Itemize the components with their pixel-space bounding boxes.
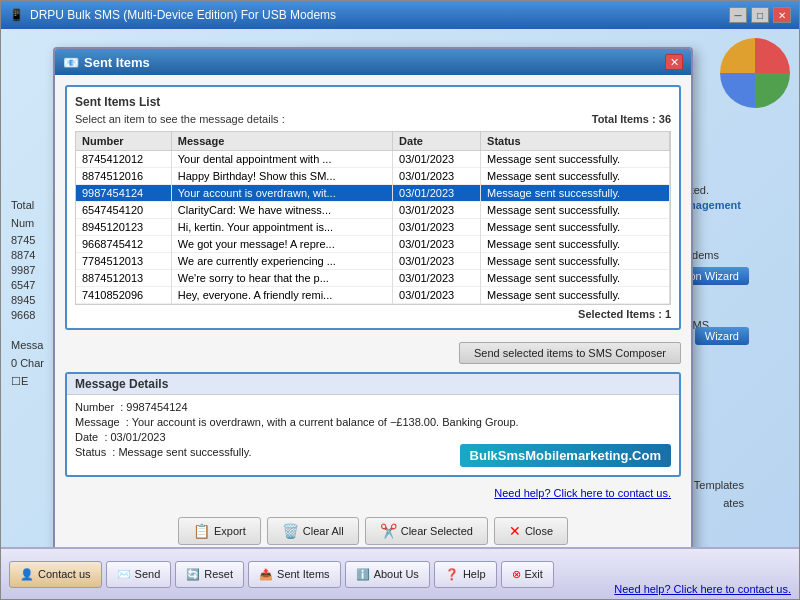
cell-message: Hey, everyone. A friendly remi... [171, 287, 392, 304]
detail-number-row: Number : 9987454124 [75, 401, 671, 413]
sent-items-panel: Sent Items List Select an item to see th… [65, 85, 681, 330]
message-details-title: Message Details [67, 374, 679, 395]
cell-date: 03/01/2023 [393, 168, 481, 185]
cell-date: 03/01/2023 [393, 253, 481, 270]
bg-n5: 8945 [11, 294, 35, 306]
table-row[interactable]: 6547454120ClarityCard: We have witness..… [76, 202, 670, 219]
bg-ates-label: ates [723, 497, 744, 509]
cell-status: Message sent successfully. [481, 236, 670, 253]
cell-date: 03/01/2023 [393, 270, 481, 287]
panel-subtitle: Select an item to see the message detail… [75, 113, 285, 125]
cell-status: Message sent successfully. [481, 219, 670, 236]
cell-number: 9668745412 [76, 236, 171, 253]
cell-number: 6547454120 [76, 202, 171, 219]
exit-label: Exit [525, 568, 543, 580]
detail-date-label: Date [75, 431, 98, 443]
table-row[interactable]: 8745412012Your dental appointment with .… [76, 151, 670, 168]
message-details-panel: Message Details Number : 9987454124 Mess… [65, 372, 681, 477]
table-body: 8745412012Your dental appointment with .… [76, 151, 670, 304]
cell-number: 7410852096 [76, 287, 171, 304]
clear-label: Clear All [303, 525, 344, 537]
detail-date-value: : 03/01/2023 [104, 431, 165, 443]
send-button[interactable]: ✉️ Send [106, 561, 172, 588]
taskbar-help-link[interactable]: Need help? Click here to contact us. [614, 583, 791, 595]
cell-number: 7784512013 [76, 253, 171, 270]
contact-label: Contact us [38, 568, 91, 580]
cell-number: 9987454124 [76, 185, 171, 202]
detail-message-label: Message [75, 416, 120, 428]
clear-button[interactable]: 🗑️ Clear All [267, 517, 359, 545]
bg-sms-box: Wizard [695, 327, 749, 345]
detail-number-value: : 9987454124 [120, 401, 187, 413]
table-header-row: Number Message Date Status [76, 132, 670, 151]
exit-icon: ⊗ [512, 568, 521, 581]
table-row[interactable]: 8874512013We're sorry to hear that the p… [76, 270, 670, 287]
modal-close-button[interactable]: ✕ [665, 54, 683, 70]
cell-message: Hi, kertin. Your appointment is... [171, 219, 392, 236]
cell-message: Your account is overdrawn, wit... [171, 185, 392, 202]
bg-total-label: Total [11, 199, 34, 211]
bg-erb: ☐E [11, 375, 28, 388]
close-button[interactable]: ✕ Close [494, 517, 568, 545]
col-number: Number [76, 132, 171, 151]
table-row[interactable]: 7410852096Hey, everyone. A friendly remi… [76, 287, 670, 304]
close-label: Close [525, 525, 553, 537]
col-status: Status [481, 132, 670, 151]
about-label: About Us [374, 568, 419, 580]
sent-items-icon: 📤 [259, 568, 273, 581]
export-icon: 📋 [193, 523, 210, 539]
help-button[interactable]: ❓ Help [434, 561, 497, 588]
exit-button[interactable]: ⊗ Exit [501, 561, 554, 588]
minimize-button[interactable]: ─ [729, 7, 747, 23]
cell-date: 03/01/2023 [393, 202, 481, 219]
bg-n4: 6547 [11, 279, 35, 291]
watermark: BulkSmsMobilemarketing.Com [460, 444, 671, 467]
bg-mess: Messa [11, 339, 43, 351]
items-table-wrapper[interactable]: Number Message Date Status 8745412012You… [75, 131, 671, 305]
modal-help-link[interactable]: Need help? Click here to contact us. [65, 485, 681, 503]
pie-chart [715, 33, 795, 113]
clear-selected-icon: ✂️ [380, 523, 397, 539]
section-header: Sent Items List [75, 95, 671, 109]
send-label: Send [135, 568, 161, 580]
taskbar: 👤 Contact us ✉️ Send 🔄 Reset 📤 Sent Item… [1, 547, 799, 599]
cell-status: Message sent successfully. [481, 151, 670, 168]
send-to-composer-button[interactable]: Send selected items to SMS Composer [459, 342, 681, 364]
detail-number-label: Number [75, 401, 114, 413]
bg-n3: 9987 [11, 264, 35, 276]
cell-message: We got your message! A repre... [171, 236, 392, 253]
contact-button[interactable]: 👤 Contact us [9, 561, 102, 588]
cell-number: 8874512013 [76, 270, 171, 287]
contact-icon: 👤 [20, 568, 34, 581]
col-date: Date [393, 132, 481, 151]
cell-number: 8745412012 [76, 151, 171, 168]
table-row[interactable]: 9668745412We got your message! A repre..… [76, 236, 670, 253]
app-close-button[interactable]: ✕ [773, 7, 791, 23]
export-label: Export [214, 525, 246, 537]
reset-icon: 🔄 [186, 568, 200, 581]
items-table: Number Message Date Status 8745412012You… [76, 132, 670, 304]
sent-items-label: Sent Items [277, 568, 330, 580]
total-items: Total Items : 36 [592, 113, 671, 125]
title-bar-left: 📱 DRPU Bulk SMS (Multi-Device Edition) F… [9, 8, 336, 22]
cell-status: Message sent successfully. [481, 270, 670, 287]
maximize-button[interactable]: □ [751, 7, 769, 23]
modal-icon: 📧 [63, 55, 79, 70]
export-button[interactable]: 📋 Export [178, 517, 261, 545]
panel-title-row: Select an item to see the message detail… [75, 113, 671, 125]
sent-items-button[interactable]: 📤 Sent Items [248, 561, 341, 588]
cell-number: 8945120123 [76, 219, 171, 236]
reset-label: Reset [204, 568, 233, 580]
table-row[interactable]: 8945120123Hi, kertin. Your appointment i… [76, 219, 670, 236]
cell-number: 8874512016 [76, 168, 171, 185]
table-row[interactable]: 9987454124Your account is overdrawn, wit… [76, 185, 670, 202]
detail-message-row: Message : Your account is overdrawn, wit… [75, 416, 671, 428]
reset-button[interactable]: 🔄 Reset [175, 561, 244, 588]
about-button[interactable]: ℹ️ About Us [345, 561, 430, 588]
cell-status: Message sent successfully. [481, 202, 670, 219]
table-row[interactable]: 8874512016Happy Birthday! Show this SM..… [76, 168, 670, 185]
clear-selected-button[interactable]: ✂️ Clear Selected [365, 517, 488, 545]
cell-date: 03/01/2023 [393, 185, 481, 202]
table-row[interactable]: 7784512013We are currently experiencing … [76, 253, 670, 270]
modal-title: Sent Items [84, 55, 150, 70]
